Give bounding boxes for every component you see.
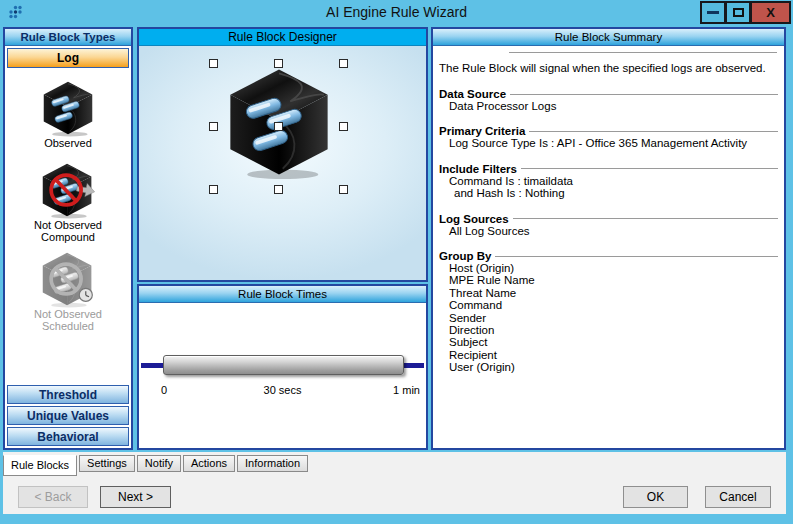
selection-handle[interactable] — [209, 185, 218, 194]
section-title: Log Sources — [439, 213, 509, 225]
tab-notify[interactable]: Notify — [137, 455, 181, 472]
rule-block-summary-header: Rule Block Summary — [433, 29, 784, 46]
selection-handle[interactable] — [209, 59, 218, 68]
section-title: Primary Criteria — [439, 125, 525, 137]
window-controls: X — [700, 1, 791, 24]
summary-section-log-sources: Log Sources All Log Sources — [439, 213, 778, 237]
threshold-category-button[interactable]: Threshold — [7, 385, 129, 404]
cancel-button[interactable]: Cancel — [705, 486, 771, 508]
tab-information[interactable]: Information — [237, 455, 308, 472]
type-item-observed[interactable]: Observed — [5, 68, 131, 149]
section-line: and Hash Is : Nothing — [454, 187, 778, 199]
summary-intro: The Rule Block will signal when the spec… — [439, 62, 778, 75]
ok-button[interactable]: OK — [623, 486, 688, 508]
summary-content: The Rule Block will signal when the spec… — [433, 46, 784, 374]
behavioral-category-button[interactable]: Behavioral — [7, 427, 129, 446]
rule-block-designer-header: Rule Block Designer — [139, 29, 426, 46]
type-item-not-observed-scheduled[interactable]: Not ObservedScheduled — [5, 243, 131, 332]
section-rule — [495, 256, 778, 257]
maximize-button[interactable] — [725, 1, 751, 24]
tab-strip: Rule Blocks Settings Notify Actions Info… — [3, 455, 310, 476]
section-line: MPE Rule Name — [449, 274, 778, 286]
summary-section-data-source: Data Source Data Processor Logs — [439, 88, 778, 112]
section-line: Threat Name — [449, 287, 778, 299]
tab-actions[interactable]: Actions — [183, 455, 235, 472]
rule-block-times-panel: Rule Block Times 0 30 secs 1 min — [137, 284, 428, 450]
maximize-icon — [733, 8, 744, 17]
title-bar: AI Engine Rule Wizard X — [0, 0, 793, 26]
summary-section-include-filters: Include Filters Command Is : timaildata … — [439, 163, 778, 200]
section-line: Subject — [449, 336, 778, 348]
selection-handle[interactable] — [274, 59, 283, 68]
minimize-icon — [707, 11, 719, 14]
tick-label-mid: 30 secs — [139, 384, 426, 396]
selection-handle[interactable] — [274, 122, 283, 131]
section-line: Command Is : timaildata — [449, 175, 778, 187]
rule-block-designer-panel: Rule Block Designer — [137, 27, 428, 282]
designer-canvas[interactable] — [139, 46, 426, 280]
left-panel-spacer — [5, 332, 131, 385]
close-button[interactable]: X — [750, 1, 791, 24]
not-observed-scheduled-cube-icon — [38, 250, 98, 308]
summary-section-group-by: Group By Host (Origin) MPE Rule Name Thr… — [439, 250, 778, 374]
summary-top-rule — [509, 52, 777, 53]
not-observed-cube-icon — [36, 161, 100, 219]
section-rule — [521, 168, 778, 169]
section-title: Data Source — [439, 88, 506, 100]
section-line: Host (Origin) — [449, 262, 778, 274]
section-line: Recipient — [449, 349, 778, 361]
unique-values-category-button[interactable]: Unique Values — [7, 406, 129, 425]
selection-handle[interactable] — [209, 122, 218, 131]
log-category-button[interactable]: Log — [7, 48, 129, 68]
section-line: Direction — [449, 324, 778, 336]
type-label-not-observed-compound: Not ObservedCompound — [34, 219, 102, 243]
section-line: Log Source Type Is : API - Office 365 Ma… — [449, 137, 778, 149]
selection-handle[interactable] — [339, 122, 348, 131]
time-slider-bar[interactable] — [163, 355, 404, 375]
type-label-observed: Observed — [44, 137, 92, 149]
section-line: Sender — [449, 312, 778, 324]
times-content: 0 30 secs 1 min — [139, 303, 426, 448]
rule-block-types-panel: Rule Block Types Log Observed Not Observ… — [3, 27, 133, 450]
tab-settings[interactable]: Settings — [79, 455, 135, 472]
bottom-bar: Rule Blocks Settings Notify Actions Info… — [3, 452, 786, 514]
selection-handle[interactable] — [339, 185, 348, 194]
section-rule — [513, 218, 778, 219]
window-title: AI Engine Rule Wizard — [0, 4, 793, 20]
section-line: Command — [449, 299, 778, 311]
type-item-not-observed-compound[interactable]: Not ObservedCompound — [5, 149, 131, 243]
type-label-not-observed-scheduled: Not ObservedScheduled — [34, 308, 102, 332]
back-button[interactable]: < Back — [18, 486, 88, 508]
section-line: Data Processor Logs — [449, 100, 778, 112]
selection-handle[interactable] — [274, 185, 283, 194]
wizard-window: AI Engine Rule Wizard X Rule Block Types… — [0, 0, 793, 524]
next-button[interactable]: Next > — [100, 486, 171, 508]
section-line: User (Origin) — [449, 361, 778, 373]
rule-block-times-header: Rule Block Times — [139, 286, 426, 303]
section-title: Include Filters — [439, 163, 517, 175]
tick-label-end: 1 min — [393, 384, 420, 396]
summary-section-primary-criteria: Primary Criteria Log Source Type Is : AP… — [439, 125, 778, 149]
section-title: Group By — [439, 250, 491, 262]
minimize-button[interactable] — [700, 1, 726, 24]
tab-rule-blocks[interactable]: Rule Blocks — [3, 455, 77, 476]
section-line: All Log Sources — [449, 225, 778, 237]
section-rule — [510, 94, 778, 95]
observed-cube-icon — [40, 79, 96, 137]
rule-block-summary-panel: Rule Block Summary The Rule Block will s… — [431, 27, 786, 450]
section-rule — [529, 131, 778, 132]
selection-handle[interactable] — [339, 59, 348, 68]
rule-block-types-header: Rule Block Types — [5, 29, 131, 46]
